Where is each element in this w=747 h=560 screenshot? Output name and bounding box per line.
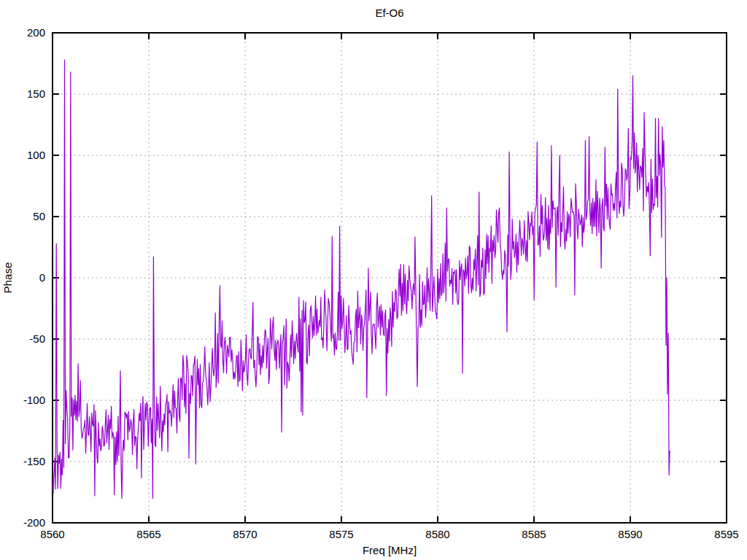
y-tick-label: -200 <box>23 516 45 529</box>
chart-page: 85608565857085758580858585908595-200-150… <box>0 0 747 560</box>
x-axis-label: Freq [MHz] <box>53 544 727 556</box>
y-tick-label: -100 <box>23 394 45 406</box>
y-tick-label: -50 <box>29 332 45 345</box>
x-tick-label: 8575 <box>329 528 353 540</box>
x-tick-label: 8590 <box>618 528 642 540</box>
x-tick-label: 8565 <box>136 528 160 540</box>
x-tick-label: 8570 <box>233 528 257 540</box>
plot-area: 85608565857085758580858585908595-200-150… <box>0 0 747 560</box>
y-tick-label: -150 <box>23 455 45 467</box>
phase-trace <box>53 60 670 498</box>
x-tick-label: 8580 <box>425 528 449 540</box>
x-tick-label: 8560 <box>40 528 64 540</box>
y-tick-label: 0 <box>39 271 45 284</box>
y-tick-label: 100 <box>27 149 45 161</box>
chart-title: Ef-O6 <box>53 7 727 19</box>
y-axis-label: Phase <box>1 262 14 294</box>
y-tick-label: 150 <box>27 88 45 100</box>
y-tick-label: 50 <box>33 210 45 222</box>
x-tick-label: 8585 <box>522 528 546 540</box>
y-tick-label: 200 <box>27 26 45 39</box>
x-tick-label: 8595 <box>714 528 738 540</box>
